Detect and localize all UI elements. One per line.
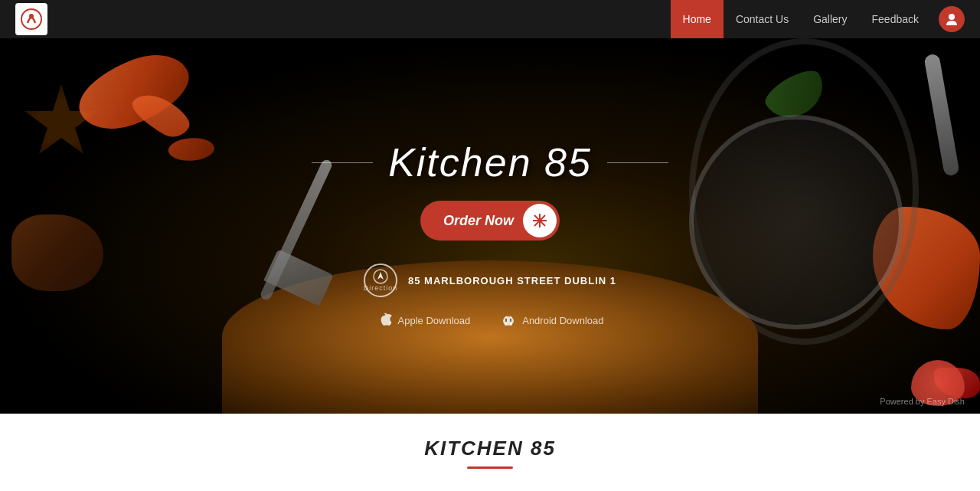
title-underline — [467, 466, 513, 469]
hero-title-row: Kitchen 85 — [312, 139, 668, 185]
nav-links: Home Contact Us Gallery Feedback — [671, 0, 965, 38]
apple-download-label: Apple Download — [398, 315, 471, 326]
order-now-icon-circle — [523, 204, 557, 237]
svg-rect-12 — [510, 322, 512, 326]
download-row: Apple Download Android Download — [377, 313, 604, 328]
apple-download-button[interactable]: Apple Download — [377, 313, 471, 328]
hero-content: Kitchen 85 Order Now Di — [0, 38, 980, 414]
svg-rect-0 — [18, 6, 44, 32]
logo-icon — [18, 6, 44, 32]
android-icon — [501, 313, 516, 328]
direction-icon — [373, 269, 388, 284]
hero-line-right — [607, 162, 668, 163]
svg-rect-11 — [505, 322, 507, 326]
android-download-label: Android Download — [522, 315, 603, 326]
nav-gallery[interactable]: Gallery — [801, 0, 859, 38]
android-download-button[interactable]: Android Download — [501, 313, 603, 328]
hero-line-left — [312, 162, 373, 163]
address-row: Direction 85 MARLBOROUGH STREET DUBLIN 1 — [364, 264, 616, 297]
powered-by-text: Powered by Easy Dish — [880, 397, 965, 406]
direction-label: Direction — [364, 284, 398, 292]
svg-point-8 — [538, 219, 541, 222]
apple-icon — [377, 313, 392, 328]
hero-section: Kitchen 85 Order Now Di — [0, 38, 980, 414]
svg-point-2 — [29, 14, 34, 18]
svg-point-3 — [949, 14, 955, 20]
order-now-label: Order Now — [443, 213, 514, 229]
order-now-button[interactable]: Order Now — [420, 201, 560, 241]
navbar: Home Contact Us Gallery Feedback — [0, 0, 980, 38]
direction-button[interactable]: Direction — [364, 264, 397, 297]
user-icon — [945, 12, 959, 26]
nav-home[interactable]: Home — [671, 0, 724, 38]
info-section: KITCHEN 85 Delivery Time 17:00-23: — [0, 414, 980, 491]
nav-contact[interactable]: Contact Us — [724, 0, 801, 38]
user-icon-button[interactable] — [939, 6, 965, 32]
address-text: 85 MARLBOROUGH STREET DUBLIN 1 — [408, 275, 616, 286]
snowflake-icon — [531, 212, 548, 229]
section-title: KITCHEN 85 — [15, 437, 965, 460]
hero-title: Kitchen 85 — [388, 139, 592, 185]
nav-feedback[interactable]: Feedback — [860, 0, 931, 38]
logo[interactable] — [15, 3, 47, 35]
